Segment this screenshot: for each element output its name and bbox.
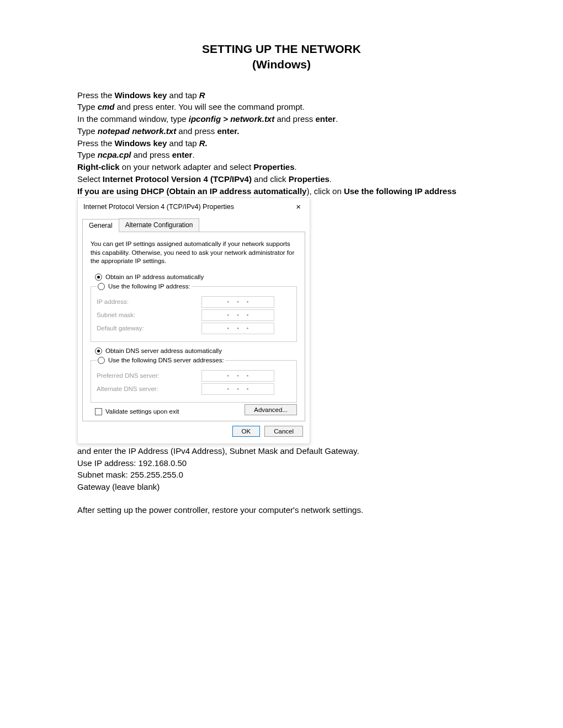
label-ip-address: IP address: [97,298,201,305]
close-icon[interactable]: × [293,201,304,212]
title-line-1: SETTING UP THE NETWORK [77,41,486,57]
tab-alternate-configuration[interactable]: Alternate Configuration [119,218,200,232]
document-title: SETTING UP THE NETWORK (Windows) [77,41,486,73]
radio-use-following-dns[interactable]: Use the following DNS server addresses: [98,357,224,364]
radio-use-following-ip[interactable]: Use the following IP address: [98,283,190,290]
ok-button[interactable]: OK [232,426,261,437]
default-gateway-input[interactable]: ●●● [201,323,274,334]
checkbox-icon [95,408,102,415]
radio-icon [98,283,105,290]
label-subnet-mask: Subnet mask: [97,312,201,318]
dialog-title: Internet Protocol Version 4 (TCP/IPv4) P… [83,203,234,211]
radio-obtain-dns-automatically[interactable]: Obtain DNS server address automatically [95,347,297,355]
subnet-mask-input[interactable]: ●●● [201,309,274,321]
ipv4-properties-dialog: Internet Protocol Version 4 (TCP/IPv4) P… [77,197,310,444]
label-default-gateway: Default gateway: [97,325,201,331]
instructions-block: Press the Windows key and tap R Type cmd… [77,89,486,197]
radio-icon [95,274,102,281]
post-dialog-text: and enter the IP Address (IPv4 Address),… [77,445,486,516]
alternate-dns-input[interactable]: ●●● [201,383,274,395]
radio-icon [98,357,105,364]
radio-obtain-ip-automatically[interactable]: Obtain an IP address automatically [95,274,297,281]
tab-strip: General Alternate Configuration [82,218,305,232]
title-line-2: (Windows) [77,57,486,72]
radio-icon [95,347,102,355]
label-preferred-dns: Preferred DNS server: [97,372,201,379]
advanced-button[interactable]: Advanced... [245,404,297,415]
dhcp-instruction: If you are using DHCP (Obtain an IP addr… [77,185,486,197]
dialog-description: You can get IP settings assigned automat… [91,240,297,266]
preferred-dns-input[interactable]: ●●● [201,370,274,382]
label-alternate-dns: Alternate DNS server: [97,386,201,392]
tab-general[interactable]: General [82,219,119,232]
ip-address-input[interactable]: ●●● [201,296,274,308]
cancel-button[interactable]: Cancel [264,426,303,437]
